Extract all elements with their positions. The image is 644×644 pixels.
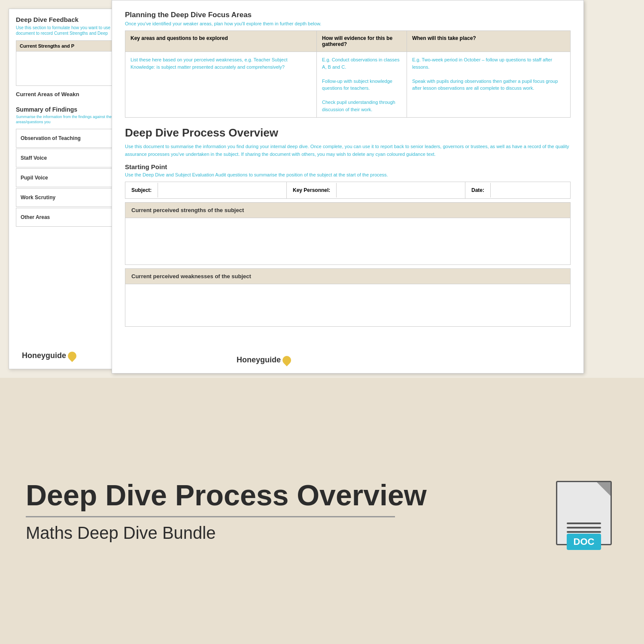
doc-line-1 (567, 522, 601, 524)
doc-line-2 (567, 527, 601, 529)
date-input[interactable] (491, 182, 570, 198)
honey-icon-right (281, 354, 293, 366)
weaknesses-body (125, 284, 571, 327)
left-logo-area: Honeyguide (22, 351, 76, 360)
bottom-banner: Deep Dive Process Overview Maths Deep Di… (0, 378, 644, 644)
banner-subtitle: Maths Deep Dive Bundle (26, 523, 532, 543)
starting-point-title: Starting Point (125, 163, 571, 170)
planning-section: Planning the Deep Dive Focus Areas Once … (125, 11, 571, 118)
strengths-header: Current perceived strengths of the subje… (125, 202, 571, 218)
planning-col1-header: Key areas and questions to be explored (125, 31, 317, 52)
planning-col3-header: When will this take place? (407, 31, 570, 52)
left-logo: Honeyguide (22, 351, 76, 360)
intro-paragraph: Use this document to summarise the infor… (125, 143, 571, 158)
date-label: Date: (465, 183, 491, 197)
key-personnel-input[interactable] (337, 182, 465, 198)
doc-shape: DOC (556, 481, 612, 545)
planning-subtitle: Once you've identified your weaker areas… (125, 21, 571, 26)
key-personnel-label: Key Personnel: (287, 183, 337, 197)
right-page: Planning the Deep Dive Focus Areas Once … (112, 0, 584, 374)
strengths-body (125, 218, 571, 265)
documents-area: Deep Dive Feedback Use this section to f… (0, 0, 644, 378)
planning-cell-1: List these here based on your perceived … (125, 52, 317, 118)
overview-section: Deep Dive Process Overview Use this docu… (125, 126, 571, 327)
banner-title: Deep Dive Process Overview (26, 479, 532, 511)
planning-cell-3: E.g. Two-week period in October – follow… (407, 52, 570, 118)
doc-line-3 (567, 531, 601, 533)
doc-lines (567, 522, 601, 533)
weaknesses-header: Current perceived weaknesses of the subj… (125, 268, 571, 284)
planning-col2-header: How will evidence for this be gathered? (317, 31, 407, 52)
starting-sub: Use the Deep Dive and Subject Evaluation… (125, 172, 571, 177)
planning-table: Key areas and questions to be explored H… (125, 30, 571, 118)
subject-row: Subject: Key Personnel: Date: (125, 182, 571, 199)
planning-cell-2: E.g. Conduct observations in classes A, … (317, 52, 407, 118)
subject-input[interactable] (158, 182, 287, 198)
banner-doc-icon: DOC (550, 477, 618, 545)
doc-fold (597, 482, 611, 496)
overview-title: Deep Dive Process Overview (125, 126, 571, 140)
planning-title: Planning the Deep Dive Focus Areas (125, 11, 571, 19)
banner-divider (26, 516, 395, 517)
subject-label: Subject: (125, 183, 158, 197)
doc-badge: DOC (567, 534, 601, 550)
right-logo: Honeyguide (237, 355, 291, 365)
banner-text: Deep Dive Process Overview Maths Deep Di… (26, 479, 532, 543)
right-logo-area: Honeyguide (237, 355, 291, 365)
honey-icon-left (66, 349, 78, 361)
